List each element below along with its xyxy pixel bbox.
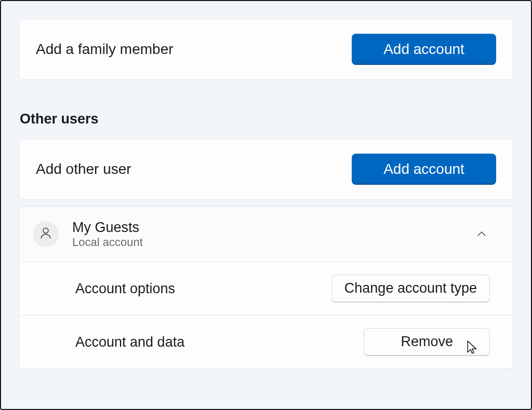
account-options-label: Account options [75, 281, 175, 297]
add-family-account-button[interactable]: Add account [352, 34, 496, 65]
add-other-user-label: Add other user [36, 161, 131, 177]
user-header-left: My Guests Local account [33, 219, 143, 249]
add-other-user-card: Add other user Add account [19, 139, 513, 200]
account-data-row: Account and data Remove [19, 315, 513, 368]
person-icon [38, 226, 53, 242]
add-family-label: Add a family member [36, 41, 174, 58]
avatar [33, 221, 59, 247]
change-account-type-button[interactable]: Change account type [331, 275, 490, 303]
other-users-heading: Other users [20, 111, 513, 127]
chevron-up-icon [475, 228, 488, 240]
account-options-row: Account options Change account type [19, 262, 513, 315]
remove-account-button[interactable]: Remove [364, 328, 490, 356]
add-other-user-button[interactable]: Add account [352, 154, 496, 185]
user-account-header[interactable]: My Guests Local account [19, 207, 513, 262]
svg-point-0 [43, 228, 48, 234]
user-name: My Guests [72, 219, 143, 236]
add-family-member-card: Add a family member Add account [19, 19, 513, 80]
account-data-label: Account and data [75, 334, 184, 350]
user-type: Local account [72, 236, 143, 249]
user-info: My Guests Local account [72, 219, 143, 249]
user-account-panel: My Guests Local account Account options … [19, 206, 513, 369]
